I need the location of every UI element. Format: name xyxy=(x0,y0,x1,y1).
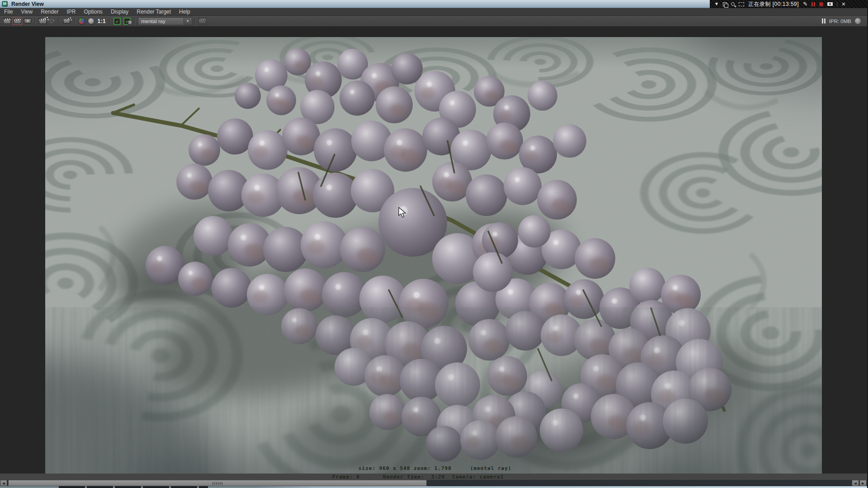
camera-readout: Camera: camera1 xyxy=(452,474,504,480)
ipr-memory-label: IPR: 0MB xyxy=(829,19,851,24)
scrollbar-grip xyxy=(212,482,222,485)
scroll-left-button-right[interactable]: ◀ xyxy=(852,480,859,486)
menu-ipr[interactable]: IPR xyxy=(63,9,80,15)
recorder-zoom-icon[interactable] xyxy=(731,2,735,6)
pause-ipr-icon[interactable] xyxy=(822,19,826,23)
recording-status-label: 正在录制 [00:13:59] xyxy=(748,0,799,8)
recorder-pause-button[interactable] xyxy=(811,2,815,6)
menu-render-target[interactable]: Render Target xyxy=(132,9,175,15)
toolbar: ⟳ 1:1 ↙ ↙ mental ray ▼ IPR: 0MB xyxy=(0,16,868,27)
real-size-button[interactable]: 1:1 xyxy=(96,17,107,26)
scroll-left-button[interactable]: ◀ xyxy=(0,480,7,486)
real-size-label: 1:1 xyxy=(97,18,106,24)
refresh-ipr-button[interactable]: ⟳ xyxy=(48,17,57,26)
window-title: Render View xyxy=(11,1,44,7)
render-settings-icon xyxy=(198,18,206,24)
recorder-region-icon[interactable] xyxy=(739,2,744,6)
taskbar-edge-strip xyxy=(0,486,868,488)
toolbar-separator xyxy=(194,17,195,25)
render-time-readout: Render Time: 3:20 xyxy=(383,474,445,480)
update-shading-region-button[interactable] xyxy=(61,17,72,26)
rendered-image[interactable] xyxy=(45,37,822,474)
menu-options[interactable]: Options xyxy=(80,9,107,15)
frame-readout: Frame: 0 xyxy=(332,474,360,480)
keep-image-button[interactable]: ↙ xyxy=(112,17,122,26)
menu-view[interactable]: View xyxy=(17,9,37,15)
menu-display[interactable]: Display xyxy=(107,9,132,15)
mouse-cursor xyxy=(398,207,407,219)
menu-file[interactable]: File xyxy=(0,9,17,15)
scrollbar-track[interactable] xyxy=(427,480,852,486)
render-current-frame-button[interactable] xyxy=(2,17,12,26)
ipr-render-button[interactable] xyxy=(38,17,48,26)
menubar: File View Render IPR Options Display Ren… xyxy=(0,8,868,16)
recorder-restore-icon[interactable] xyxy=(723,2,727,6)
refresh-icon: ⟳ xyxy=(49,18,55,25)
alpha-channel-icon xyxy=(88,18,94,24)
renderer-selected-value: mental ray xyxy=(138,19,165,24)
toolbar-separator xyxy=(35,17,35,25)
render-settings-button[interactable] xyxy=(197,17,208,26)
recorder-stop-button[interactable] xyxy=(819,2,823,6)
clapperboard-icon xyxy=(3,18,11,24)
renderer-readout: (mental ray) xyxy=(470,465,511,471)
recorder-divider xyxy=(837,2,837,7)
chevron-down-icon: ▼ xyxy=(184,18,191,25)
scroll-right-button[interactable]: ▶ xyxy=(859,480,867,486)
recorder-close-button[interactable]: ✕ xyxy=(841,2,845,7)
scrollbar-thumb[interactable] xyxy=(8,480,427,486)
render-size-readout: size: 960 x 540 zoom: 1.790 xyxy=(359,465,452,471)
rgb-channels-icon xyxy=(78,18,85,24)
keep-image-icon: ↙ xyxy=(113,18,121,25)
menu-render[interactable]: Render xyxy=(37,9,62,15)
menu-help[interactable]: Help xyxy=(175,9,194,15)
toolbar-separator xyxy=(109,17,110,25)
snapshot-camera-icon xyxy=(24,19,31,23)
render-viewport xyxy=(0,27,868,474)
toolbar-separator xyxy=(134,17,135,25)
recorder-overlay-bar: ▼ 正在录制 [00:13:59] ✎ ✕ xyxy=(710,0,868,8)
snapshot-button[interactable] xyxy=(23,17,33,26)
remove-image-button[interactable]: ↙ xyxy=(122,17,132,26)
horizontal-scrollbar[interactable]: ◀ ◀ ▶ xyxy=(0,480,868,486)
maya-app-icon: M xyxy=(2,1,8,7)
display-alpha-button[interactable] xyxy=(86,17,96,26)
ipr-clapperboard-icon xyxy=(39,18,47,24)
status-ball-icon xyxy=(855,18,861,24)
recorder-screenshot-button[interactable] xyxy=(827,2,833,6)
region-render-icon xyxy=(64,19,70,23)
renderer-dropdown[interactable]: mental ray ▼ xyxy=(138,17,192,25)
toolbar-separator xyxy=(74,17,75,25)
toolbar-separator xyxy=(59,17,59,25)
recorder-draw-icon[interactable]: ✎ xyxy=(803,1,807,7)
clapperboard-highlighted-icon xyxy=(14,18,21,24)
recorder-menu-arrow-icon[interactable]: ▼ xyxy=(714,2,719,6)
remove-image-icon: ↙ xyxy=(123,18,131,25)
display-rgb-button[interactable] xyxy=(77,17,86,26)
toolbar-right-group: IPR: 0MB xyxy=(822,18,868,24)
redo-previous-render-button[interactable] xyxy=(12,17,23,26)
